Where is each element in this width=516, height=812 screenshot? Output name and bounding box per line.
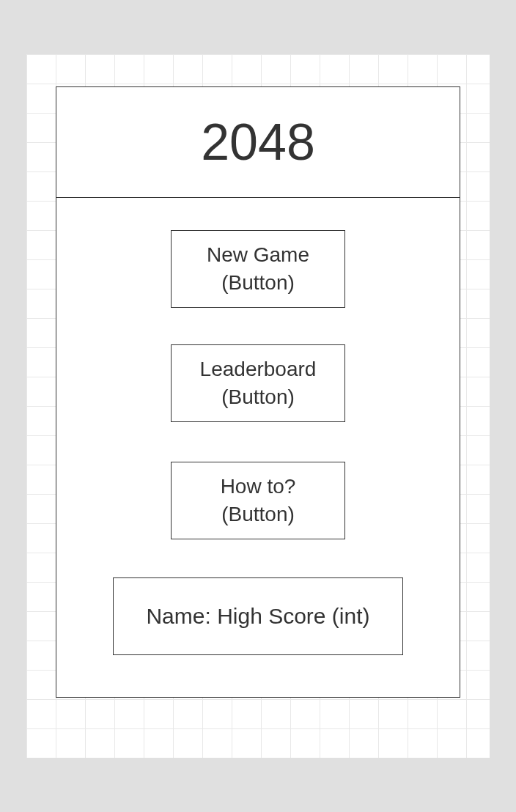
high-score-label: Name: High Score (int) [146, 604, 369, 629]
new-game-button-label-2: (Button) [221, 269, 295, 297]
leaderboard-button[interactable]: Leaderboard (Button) [171, 344, 345, 422]
menu-container: New Game (Button) Leaderboard (Button) H… [56, 197, 460, 698]
how-to-button-label-2: (Button) [221, 501, 295, 528]
title-box: 2048 [56, 86, 460, 198]
new-game-button-label-1: New Game [207, 241, 309, 269]
how-to-button[interactable]: How to? (Button) [171, 462, 345, 539]
how-to-button-label-1: How to? [221, 473, 296, 501]
game-title: 2048 [201, 113, 315, 171]
leaderboard-button-label-1: Leaderboard [200, 355, 317, 383]
leaderboard-button-label-2: (Button) [221, 383, 295, 411]
screen: 2048 New Game (Button) Leaderboard (Butt… [26, 54, 490, 758]
device-frame: 2048 New Game (Button) Leaderboard (Butt… [9, 13, 507, 799]
new-game-button[interactable]: New Game (Button) [171, 230, 345, 308]
high-score-box: Name: High Score (int) [113, 577, 403, 655]
